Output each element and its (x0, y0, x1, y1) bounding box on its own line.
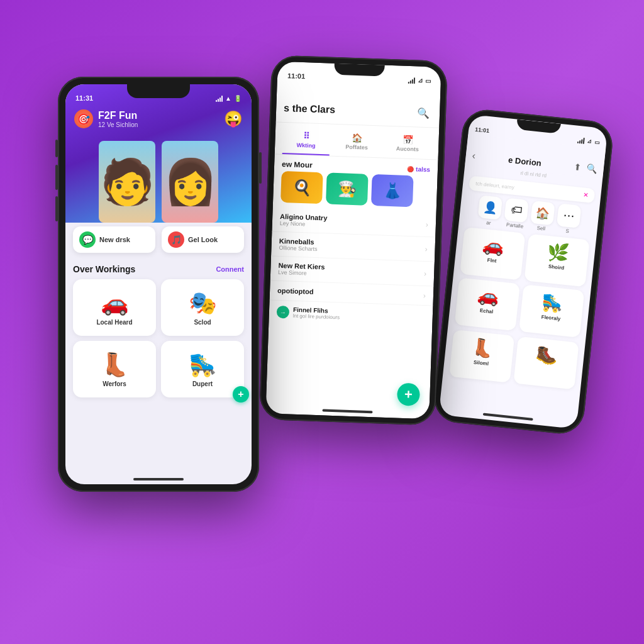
status-icons-3: ⊿ ▭ (577, 137, 601, 146)
tab-poffates-label: Poffates (345, 143, 368, 150)
volume-down-button (55, 196, 58, 221)
notch-1 (127, 84, 190, 98)
p3-action-ar[interactable]: 👤 ar (477, 195, 502, 227)
special-item-text: Finnel Flihs lnt gol lire purdoiours (293, 306, 340, 321)
special-sub: lnt gol lire purdoiours (293, 313, 340, 321)
p3-card-siloml[interactable]: 👢 Siloml (449, 330, 514, 383)
card-local-heard[interactable]: 🚗 Local Heard (73, 279, 156, 336)
character-boy: 🧑 (99, 141, 155, 223)
ar-label: ar (486, 219, 491, 226)
sclod-label: Sclod (194, 319, 211, 326)
story-3-emoji: 👗 (382, 182, 402, 200)
p3-card-flnt[interactable]: 🚗 Flnt (460, 227, 525, 280)
share-icon[interactable]: ⬆ (574, 162, 582, 172)
p2-title: s the Clars (284, 103, 335, 116)
status-icons-1: ▲ 🔋 (216, 95, 242, 102)
story-2[interactable]: 👨‍🍳 (326, 172, 369, 205)
dupert-label: Dupert (192, 380, 213, 387)
p3-card-shoird[interactable]: 🌿 Shoird (525, 234, 590, 287)
echal-label: Echal (480, 308, 494, 314)
tab-auconts-label: Auconts (396, 145, 419, 152)
list-item-1-text: Aligino Unatry Ley Nione (280, 213, 328, 228)
p2-search-button[interactable]: 🔍 (414, 104, 433, 122)
gel-look-label: Gel Look (188, 236, 218, 243)
more-icon: ⋯ (557, 203, 582, 228)
wifi-icon-3: ⊿ (587, 138, 592, 145)
chevron-4: › (423, 291, 426, 300)
app-title: F2F Fun (98, 110, 138, 121)
p3-grid: 🚗 Flnt 🌿 Shoird 🚗 Echal 🛼 Fleoraly (448, 226, 596, 342)
new-drsk-label: New drsk (99, 236, 130, 243)
gel-look-button[interactable]: 🎵 Gel Look (162, 226, 244, 253)
p3-search-placeholder: tch deleurt, earny (475, 180, 514, 190)
p3-card-boot[interactable]: 🥾 (513, 336, 579, 390)
siloml-label: Siloml (474, 360, 489, 367)
p3-header-icons: ⬆ 🔍 (574, 162, 597, 174)
battery-icon-3: ▭ (594, 139, 601, 146)
section-link[interactable]: Connent (216, 265, 244, 273)
p2-header: s the Clars 🔍 (275, 82, 440, 128)
p3-action-sell[interactable]: 🏠 Sell (530, 201, 555, 233)
fleoraly-emoji: 🛼 (540, 291, 564, 314)
p3-card-echal[interactable]: 🚗 Echal (455, 277, 520, 331)
p3-action-more[interactable]: ⋯ S (556, 203, 582, 235)
tab-auconts[interactable]: 📅 Auconts (384, 131, 431, 160)
p3-action-partalle[interactable]: 🏷 Partalle (503, 198, 529, 230)
signal-icon-1 (216, 96, 223, 102)
tab-wkting[interactable]: ⠿ Wkting (282, 128, 330, 156)
wkting-icon: ⠿ (282, 130, 330, 142)
over-workings-section: Over Workings Connent 🚗 Local Heard 🎭 Sc… (65, 259, 252, 400)
p3-card-fleoraly[interactable]: 🛼 Fleoraly (519, 284, 584, 338)
story-1[interactable]: 🍳 (280, 171, 323, 204)
phone-2: 11:01 ⊿ ▭ s the Clars (259, 55, 448, 425)
p2-section-link[interactable]: 🔴 talss (407, 165, 430, 172)
local-heard-label: Local Heard (96, 319, 132, 326)
character-girl: 👩 (162, 141, 218, 223)
back-button[interactable]: ‹ (472, 150, 476, 162)
flnt-label: Flnt (487, 257, 497, 264)
story-row: 🍳 👨‍🍳 👗 (273, 171, 438, 213)
cards-grid: 🚗 Local Heard 🎭 Sclod 👢 Werfors 🛼 Dupert (73, 279, 244, 397)
p2-section-title: ew Mour (282, 160, 313, 170)
shoird-label: Shoird (548, 264, 564, 271)
auconts-icon: 📅 (384, 134, 431, 146)
time-3: 11:01 (475, 126, 490, 134)
phone-3: 11:01 ⊿ ▭ ‹ e Dorion ⬆ (432, 108, 615, 436)
chevron-3: › (424, 269, 426, 278)
story-3[interactable]: 👗 (371, 174, 414, 207)
card-werfors[interactable]: 👢 Werfors (73, 341, 156, 397)
card-sclod[interactable]: 🎭 Sclod (161, 279, 244, 336)
fab-button[interactable]: + (233, 386, 249, 402)
status-icons-2: ⊿ ▭ (408, 77, 431, 84)
time-2: 11:01 (287, 72, 306, 80)
phone-3-screen: 11:01 ⊿ ▭ ‹ e Dorion ⬆ (439, 114, 608, 429)
partalle-label: Partalle (506, 222, 524, 230)
battery-icon-1: 🔋 (234, 95, 242, 102)
time-1: 11:31 (75, 94, 93, 102)
special-item[interactable]: → Finnel Flihs lnt gol lire purdoiours (269, 300, 433, 328)
volume-up-button (55, 165, 58, 190)
werfors-label: Werfors (103, 380, 126, 387)
sell-icon: 🏠 (530, 201, 555, 226)
p2-fab-button[interactable]: + (397, 383, 420, 406)
siloml-emoji: 👢 (470, 336, 494, 359)
phone-1-screen: 11:31 ▲ 🔋 🎯 (65, 84, 252, 484)
hero-logo: 🎯 F2F Fun 12 Ve Sichlion (74, 109, 138, 128)
battery-icon-2: ▭ (425, 77, 431, 84)
ar-icon: 👤 (478, 195, 503, 220)
card-dupert[interactable]: 🛼 Dupert + (161, 341, 244, 397)
section-header: Over Workings Connent (73, 264, 244, 274)
hero-text: F2F Fun 12 Ve Sichlion (98, 110, 138, 128)
chevron-2: › (425, 245, 427, 253)
wifi-icon-1: ▲ (225, 95, 231, 102)
action-buttons: 💬 New drsk 🎵 Gel Look (65, 220, 252, 259)
partalle-icon: 🏷 (504, 198, 529, 223)
shoird-emoji: 🌿 (546, 241, 570, 264)
flnt-emoji: 🚗 (481, 234, 505, 257)
search-icon-p3[interactable]: 🔍 (586, 163, 598, 174)
local-heard-emoji: 🚗 (101, 290, 129, 316)
tab-poffates[interactable]: 🏠 Poffates (333, 130, 380, 158)
home-indicator-1 (133, 478, 184, 480)
new-drsk-button[interactable]: 💬 New drsk (73, 226, 155, 253)
boot-emoji: 🥾 (535, 343, 559, 366)
